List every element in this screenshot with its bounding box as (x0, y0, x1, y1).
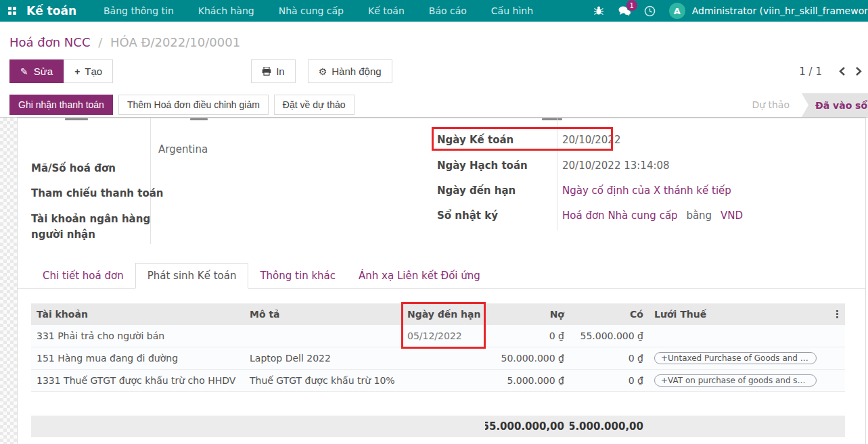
clipped-text-fragment (190, 118, 208, 120)
top-navbar: Kế toán Bảng thông tin Khách hàng Nhà cu… (0, 0, 868, 22)
column-options-icon[interactable]: ⋮ (829, 303, 845, 325)
navbar-menus: Bảng thông tin Khách hàng Nhà cung cấp K… (104, 5, 533, 16)
sheet-background (0, 118, 17, 444)
state-posted[interactable]: Đã vào sổ (802, 93, 868, 117)
invoice-code-label: Mã/Số hoá đơn (31, 162, 116, 174)
breadcrumb-current: HÓA Đ/2022/10/0001 (110, 35, 240, 49)
messages-icon[interactable]: 1 (618, 4, 631, 18)
form-content: Argentina Mã/Số hoá đơn Tham chiếu thanh… (0, 118, 868, 444)
apps-menu-icon[interactable] (8, 7, 17, 16)
tax-grid-pill[interactable]: +Untaxed Purchase of Goods and S... (654, 352, 817, 364)
reset-to-draft-button[interactable]: Đặt về dự thảo (274, 95, 355, 115)
tax-grid-pill[interactable]: +VAT on purchase of goods and ser... (654, 374, 817, 387)
currency-link[interactable]: VND (721, 209, 743, 222)
recipient-bank-label: Tài khoản ngân hàng người nhận (31, 212, 153, 243)
register-payment-button[interactable]: Ghi nhận thanh toán (9, 95, 113, 115)
menu-customers[interactable]: Khách hàng (198, 5, 254, 16)
breadcrumb-parent[interactable]: Hoá đơn NCC (9, 35, 90, 49)
journal-conjunction: bằng (686, 209, 712, 222)
header-account[interactable]: Tài khoản (31, 303, 244, 325)
state-draft[interactable]: Dự thảo (752, 99, 790, 110)
navbar-systray: 1 A Administrator (viin_hr_skill_framewo… (585, 3, 868, 19)
annotation-box-due-date (401, 302, 486, 349)
menu-vendors[interactable]: Nhà cung cấp (279, 5, 344, 16)
add-credit-note-button[interactable]: Thêm Hoá đơn điều chỉnh giảm (118, 95, 269, 115)
pager: 1 / 1 (799, 59, 863, 83)
pager-count: 1 / 1 (799, 66, 822, 78)
menu-dashboard[interactable]: Bảng thông tin (104, 5, 174, 16)
posting-date-value: 20/10/2022 13:14:08 (562, 159, 670, 172)
table-totals-row: 55.000.000,00 55.000.000,00 (31, 416, 845, 437)
menu-config[interactable]: Cấu hình (491, 5, 533, 16)
menu-accounting[interactable]: Kế toán (368, 5, 405, 16)
header-label[interactable]: Mô tả (244, 303, 402, 325)
user-name[interactable]: Administrator (viin_hr_skill_framewor (692, 5, 868, 16)
user-avatar[interactable]: A (669, 3, 685, 19)
tab-invoice-lines[interactable]: Chi tiết hoá đơn (31, 264, 135, 288)
tab-other-info[interactable]: Thông tin khác (248, 264, 347, 288)
journal-label: Sổ nhật ký (437, 209, 498, 222)
payment-ref-label: Tham chiếu thanh toán (31, 187, 164, 199)
annotation-box-accounting-date (432, 127, 613, 151)
message-count-badge: 1 (626, 0, 637, 11)
table-row[interactable]: 151 Hàng mua đang đi đường Laptop Dell 2… (31, 347, 845, 370)
table-row[interactable]: 1331 Thuế GTGT được khấu trừ cho HHDV Th… (31, 370, 845, 392)
activities-clock-icon[interactable] (643, 4, 657, 18)
create-button[interactable]: + Tạo (64, 59, 113, 83)
country-value: Argentina (158, 143, 208, 155)
pager-previous-button[interactable] (838, 66, 846, 76)
edit-button[interactable]: ✎ Sửa (9, 59, 64, 83)
control-panel: Hoá đơn NCC / HÓA Đ/2022/10/0001 ✎ Sửa +… (0, 22, 868, 93)
journal-link[interactable]: Hoá đơn Nhà cung cấp (562, 209, 678, 222)
posting-date-label: Ngày Hạch toán (437, 159, 528, 172)
tab-counterpart-mapping[interactable]: Ánh xạ Liên kết Đối ứng (347, 264, 492, 288)
header-credit[interactable]: Có (570, 303, 649, 325)
plus-icon: + (74, 66, 80, 77)
tab-journal-items[interactable]: Phát sinh Kế toán (135, 263, 249, 289)
payment-terms-link[interactable]: Ngày cố định của X thánh kế tiếp (562, 184, 731, 197)
form-sheet: Argentina Mã/Số hoá đơn Tham chiếu thanh… (17, 118, 866, 444)
notebook-tabs: Chi tiết hoá đơn Phát sinh Kế toán Thông… (18, 264, 866, 289)
header-tax-grids[interactable]: Lưới Thuế (649, 303, 829, 325)
breadcrumb-separator: / (98, 35, 102, 49)
gear-icon: ⚙ (319, 66, 327, 77)
total-credit: 55.000.000,00 (570, 416, 649, 437)
clipped-text-fragment (65, 118, 88, 120)
action-menu-button[interactable]: ⚙ Hành động (308, 59, 392, 83)
pencil-icon: ✎ (20, 66, 28, 77)
journal-value: Hoá đơn Nhà cung cấp bằng VND (562, 209, 743, 222)
total-debit: 55.000.000,00 (485, 416, 570, 437)
action-buttons: ✎ Sửa + Tạo In ⚙ Hành động (9, 59, 392, 83)
printer-icon (262, 67, 271, 76)
header-debit[interactable]: Nợ (485, 303, 570, 325)
status-bar: Ghi nhận thanh toán Thêm Hoá đơn điều ch… (0, 93, 868, 118)
print-button[interactable]: In (251, 59, 296, 83)
menu-reports[interactable]: Báo cáo (429, 5, 467, 16)
clipped-text-fragment (542, 118, 562, 120)
app-brand[interactable]: Kế toán (26, 4, 76, 18)
bug-icon[interactable] (592, 4, 606, 18)
due-date-label: Ngày đến hạn (437, 184, 516, 197)
breadcrumb: Hoá đơn NCC / HÓA Đ/2022/10/0001 (9, 35, 240, 49)
pager-next-button[interactable] (855, 66, 863, 76)
